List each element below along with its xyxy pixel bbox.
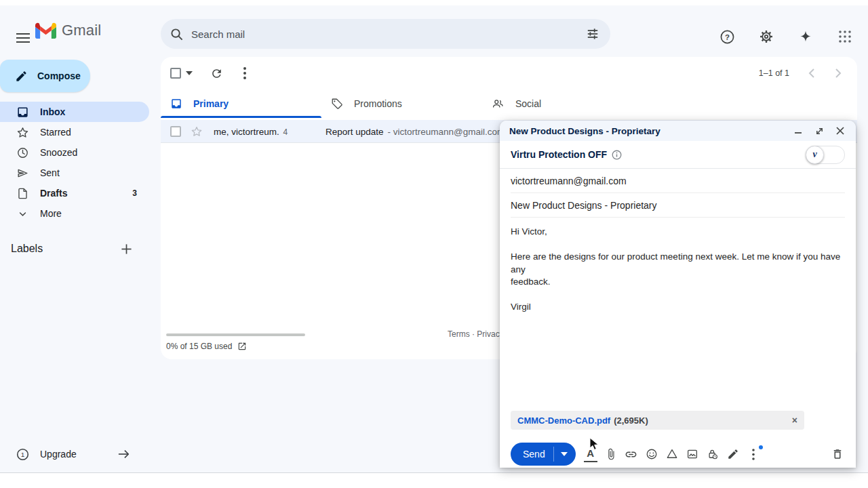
popout-icon[interactable] [813,125,825,137]
tab-label: Primary [193,98,229,109]
formatting-icon[interactable]: A [584,447,597,462]
clock-icon [16,146,29,159]
compose-tools: A [584,447,760,462]
refresh-icon[interactable] [203,60,230,87]
sidebar-item-label: Sent [40,167,60,178]
older-page-icon[interactable] [825,60,852,87]
gmail-m-icon [35,22,56,39]
row-snippet: - victortreumann@gmail.com [388,127,505,137]
top-bar: Gmail ? [0,5,868,57]
search-bar[interactable] [161,19,610,49]
emoji-icon[interactable] [645,447,658,461]
select-all-checkbox[interactable] [170,68,181,79]
body-message-line1: Here are the designs for our product mee… [511,251,845,276]
drive-icon[interactable] [665,447,679,461]
attachment-chip[interactable]: CMMC-Demo-CAD.pdf (2,695K) × [511,411,804,430]
send-button[interactable]: Send [511,443,576,466]
remove-attachment-icon[interactable]: × [792,415,797,425]
arrow-right-icon[interactable] [118,449,130,460]
notification-dot [759,445,763,449]
sidebar-item-sent[interactable]: Sent [0,163,149,183]
storage-status: 0% of 15 GB used [166,342,247,351]
logo-text: Gmail [62,22,101,39]
storage-text: 0% of 15 GB used [166,342,232,351]
attach-icon[interactable] [604,447,618,461]
legal-links[interactable]: Terms · Privacy [448,329,504,339]
body-greeting: Hi Victor, [511,226,845,239]
pen-icon[interactable] [726,447,740,461]
row-star-icon[interactable] [191,125,203,138]
sidebar-item-more[interactable]: More [0,203,149,224]
tag-icon [331,98,343,110]
compose-window-controls [792,125,846,137]
compose-header[interactable]: New Product Designs - Proprietary [500,121,856,141]
row-senders: me, victortreum. 4 [214,127,326,137]
send-options-caret-icon[interactable] [554,452,576,456]
star-icon [16,126,29,139]
minimize-icon[interactable] [792,125,804,137]
thread-count: 4 [283,127,288,137]
storage-quota-bar [166,333,305,336]
link-icon[interactable] [625,447,638,461]
tune-icon[interactable] [580,22,605,46]
compose-title: New Product Designs - Proprietary [509,126,660,136]
tab-label: Promotions [354,98,402,109]
apps-icon[interactable] [831,23,859,50]
sidebar-item-drafts[interactable]: Drafts 3 [0,183,149,203]
confidential-icon[interactable] [706,447,719,461]
labels-title: Labels [11,243,43,255]
gemini-icon[interactable] [792,23,819,50]
recipient-field[interactable]: victortreumann@gmail.com [511,169,845,193]
subject-field[interactable]: New Product Designs - Proprietary [511,193,845,218]
chevron-down-icon [16,207,29,220]
virtru-protection-row: Virtru Protection OFF v [500,141,856,169]
gmail-logo[interactable]: Gmail [35,22,101,39]
gmail-window: Gmail ? [0,0,868,488]
list-toolbar: 1–1 of 1 [161,57,857,89]
message-body[interactable]: Hi Victor, Here are the designs for our … [500,218,856,322]
tab-social[interactable]: Social [482,89,643,118]
people-icon [492,98,505,110]
create-label-icon[interactable] [118,241,134,257]
sidebar: Compose Inbox Starred Snoozed Sent [0,57,160,472]
upgrade-icon: 1 [16,448,29,461]
image-icon[interactable] [686,447,699,461]
sidebar-item-inbox[interactable]: Inbox [0,102,149,122]
sidebar-item-snoozed[interactable]: Snoozed [0,142,149,163]
more-send-options-icon[interactable] [747,447,760,461]
attachment-name[interactable]: CMMC-Demo-CAD.pdf [517,415,610,426]
help-icon[interactable]: ? [713,23,741,50]
more-options-icon[interactable] [231,60,258,87]
sidebar-item-label: Inbox [40,106,65,117]
pencil-icon [15,70,28,83]
sidebar-item-starred[interactable]: Starred [0,122,149,142]
compose-toolbar: Send A [500,441,856,468]
compose-button[interactable]: Compose [0,60,90,92]
tab-primary[interactable]: Primary [161,89,321,118]
virtru-toggle-knob[interactable]: v [806,146,824,164]
svg-text:?: ? [725,33,730,41]
search-icon[interactable] [170,28,183,41]
upgrade-label: Upgrade [40,449,77,460]
close-icon[interactable] [834,125,846,137]
row-subject: Report update [326,127,384,137]
virtru-toggle[interactable]: v [806,146,845,164]
tab-promotions[interactable]: Promotions [321,89,482,118]
inbox-icon [16,106,29,119]
newer-page-icon[interactable] [797,60,825,87]
row-checkbox[interactable] [170,126,181,137]
tab-label: Social [515,98,541,109]
menu-icon[interactable] [8,23,38,53]
draft-icon [16,187,29,200]
sidebar-item-label: Starred [40,127,71,138]
settings-icon[interactable] [753,23,780,50]
drafts-count: 3 [132,188,137,198]
send-label[interactable]: Send [511,449,553,460]
trash-icon[interactable] [830,447,845,462]
sidebar-nav: Inbox Starred Snoozed Sent Drafts 3 [0,102,149,224]
select-caret-icon[interactable] [182,65,196,81]
search-input[interactable] [190,28,580,41]
upgrade-button[interactable]: 1 Upgrade [0,442,149,466]
external-link-icon[interactable] [237,342,247,351]
info-icon[interactable] [612,150,622,160]
